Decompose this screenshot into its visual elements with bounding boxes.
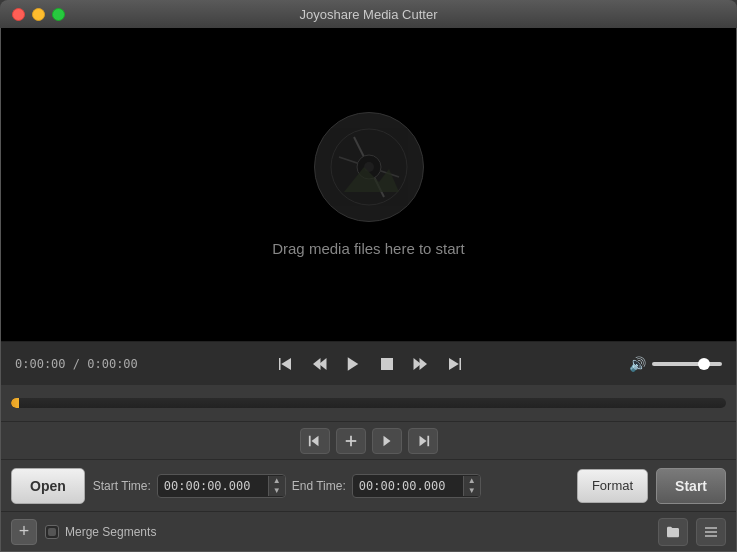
- start-button[interactable]: Start: [656, 468, 726, 504]
- main-content: Drag media files here to start 0:00:00 /…: [0, 28, 737, 552]
- list-icon: [703, 524, 719, 540]
- skip-to-end-button[interactable]: [440, 351, 470, 377]
- maximize-button[interactable]: [52, 8, 65, 21]
- set-start-segment-button[interactable]: [300, 428, 330, 454]
- timeline-track[interactable]: [11, 398, 726, 408]
- end-time-up[interactable]: ▲: [464, 476, 480, 486]
- end-time-label: End Time:: [292, 479, 346, 493]
- svg-rect-25: [705, 535, 717, 536]
- start-time-label: Start Time:: [93, 479, 151, 493]
- svg-rect-19: [350, 435, 352, 446]
- end-time-input[interactable]: [353, 475, 463, 497]
- merge-bar: + Merge Segments: [1, 511, 736, 551]
- svg-rect-23: [705, 527, 717, 528]
- end-time-down[interactable]: ▼: [464, 486, 480, 496]
- time-group: Start Time: ▲ ▼ End Time: ▲ ▼: [93, 474, 569, 498]
- frame-forward-button[interactable]: [406, 351, 436, 377]
- playback-bar: 0:00:00 / 0:00:00: [1, 341, 736, 385]
- volume-slider[interactable]: [652, 362, 722, 366]
- svg-marker-13: [419, 358, 427, 370]
- video-preview-area[interactable]: Drag media files here to start: [1, 28, 736, 341]
- stop-button[interactable]: [372, 351, 402, 377]
- end-time-input-group[interactable]: ▲ ▼: [352, 474, 481, 498]
- title-bar: Joyoshare Media Cutter: [0, 0, 737, 28]
- minimize-button[interactable]: [32, 8, 45, 21]
- play-segment-button[interactable]: [372, 428, 402, 454]
- timeline-fill: [11, 398, 19, 408]
- app-title: Joyoshare Media Cutter: [299, 7, 437, 22]
- merge-label: Merge Segments: [65, 525, 156, 539]
- add-segment-button[interactable]: [336, 428, 366, 454]
- svg-rect-15: [459, 358, 461, 370]
- list-icon-button[interactable]: [696, 518, 726, 546]
- merge-checkbox[interactable]: Merge Segments: [45, 525, 156, 539]
- playback-controls: [138, 351, 602, 377]
- start-time-input-group[interactable]: ▲ ▼: [157, 474, 286, 498]
- svg-marker-10: [348, 357, 359, 371]
- bottom-controls: Open Start Time: ▲ ▼ End Time: ▲ ▼ Forma…: [1, 459, 736, 511]
- time-display: 0:00:00 / 0:00:00: [15, 357, 138, 371]
- timeline-bar[interactable]: [1, 385, 736, 421]
- open-button[interactable]: Open: [11, 468, 85, 504]
- start-time-down[interactable]: ▼: [269, 486, 285, 496]
- svg-marker-14: [449, 358, 459, 370]
- start-time-spinner: ▲ ▼: [268, 476, 285, 496]
- start-time-up[interactable]: ▲: [269, 476, 285, 486]
- frame-back-button[interactable]: [304, 351, 334, 377]
- folder-icon: [665, 524, 681, 540]
- add-segment-list-button[interactable]: +: [11, 519, 37, 545]
- merge-checkbox-indicator: [45, 525, 59, 539]
- close-button[interactable]: [12, 8, 25, 21]
- set-end-segment-button[interactable]: [408, 428, 438, 454]
- svg-rect-11: [381, 358, 393, 370]
- format-button[interactable]: Format: [577, 469, 648, 503]
- traffic-lights: [12, 8, 65, 21]
- svg-rect-16: [308, 435, 310, 446]
- svg-marker-17: [311, 435, 318, 446]
- skip-to-start-button[interactable]: [270, 351, 300, 377]
- svg-marker-7: [281, 358, 291, 370]
- media-icon: [314, 112, 424, 222]
- folder-icon-button[interactable]: [658, 518, 688, 546]
- end-time-spinner: ▲ ▼: [463, 476, 480, 496]
- drag-drop-text: Drag media files here to start: [272, 240, 465, 257]
- segment-controls: [1, 421, 736, 459]
- svg-marker-20: [383, 435, 390, 446]
- svg-rect-6: [279, 358, 281, 370]
- volume-icon: 🔊: [629, 356, 646, 372]
- start-time-input[interactable]: [158, 475, 268, 497]
- svg-rect-24: [705, 531, 717, 532]
- svg-marker-21: [419, 435, 426, 446]
- svg-rect-22: [427, 435, 429, 446]
- film-icon: [329, 127, 409, 207]
- volume-area: 🔊: [602, 356, 722, 372]
- play-button[interactable]: [338, 351, 368, 377]
